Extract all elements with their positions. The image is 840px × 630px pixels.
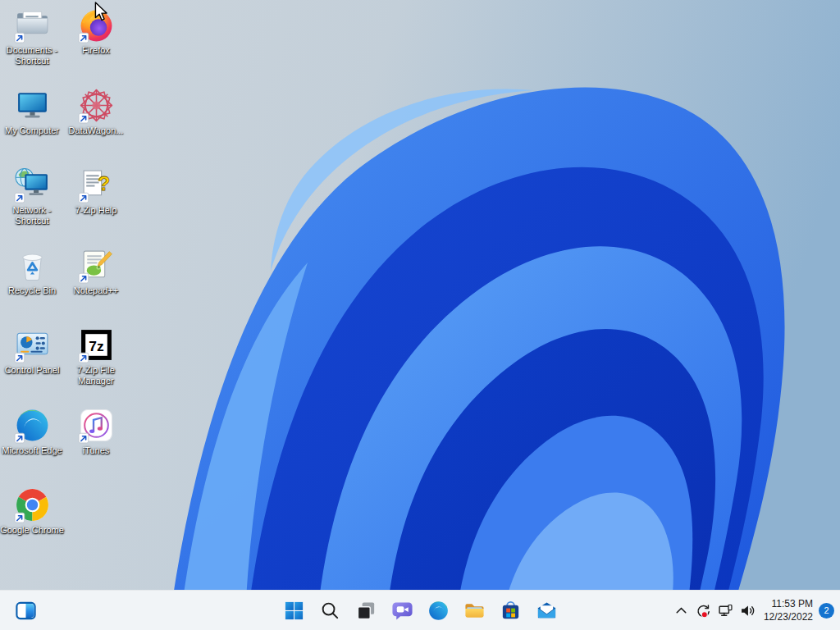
desktop-icon-label: Notepad++ <box>64 285 128 296</box>
file-explorer-icon <box>463 600 486 622</box>
taskbar-button-mail[interactable] <box>528 594 564 627</box>
microsoft-edge-icon <box>14 407 51 444</box>
desktop: Documents - ShortcutFirefoxMy ComputerDa… <box>0 0 840 630</box>
network-icon <box>14 167 51 203</box>
control-panel-icon <box>14 326 51 363</box>
seven-zip-file-manager-icon: 7z <box>78 326 115 363</box>
clock-time: 11:53 PM <box>764 597 813 610</box>
datawagon-icon <box>78 87 115 124</box>
desktop-icon-my-computer[interactable]: My Computer <box>0 87 64 136</box>
itunes-icon <box>78 407 115 444</box>
desktop-icon-network[interactable]: Network - Shortcut <box>0 167 64 226</box>
taskbar-widgets-button[interactable] <box>7 594 43 627</box>
desktop-icon-label: 7-Zip Help <box>64 205 128 216</box>
desktop-icon-notepad-plus-plus[interactable]: Notepad++ <box>64 247 128 296</box>
desktop-icon-firefox[interactable]: Firefox <box>64 7 128 56</box>
desktop-icon-seven-zip-help[interactable]: ?7-Zip Help <box>64 167 128 216</box>
my-computer-icon <box>14 87 51 124</box>
desktop-icon-datawagon[interactable]: DataWagon... <box>64 87 128 136</box>
desktop-icon-label: Recycle Bin <box>0 285 64 296</box>
desktop-icons-grid: Documents - ShortcutFirefoxMy ComputerDa… <box>0 0 840 591</box>
microsoft-store-icon <box>500 600 522 622</box>
taskbar-center <box>276 591 564 630</box>
desktop-icon-google-chrome[interactable]: Google Chrome <box>0 486 64 536</box>
desktop-icon-recycle-bin[interactable]: Recycle Bin <box>0 247 64 296</box>
desktop-icon-documents-folder[interactable]: Documents - Shortcut <box>0 7 64 66</box>
taskbar: 11:53 PM 12/23/2022 2 <box>0 590 840 630</box>
desktop-icon-label: 7-Zip File Manager <box>64 365 128 386</box>
desktop-icon-control-panel[interactable]: Control Panel <box>0 326 64 376</box>
firefox-icon <box>78 7 115 43</box>
start-icon <box>283 600 305 622</box>
system-tray: 11:53 PM 12/23/2022 2 <box>670 591 835 630</box>
taskbar-clock[interactable]: 11:53 PM 12/23/2022 <box>764 597 813 623</box>
taskbar-button-microsoft-store[interactable] <box>492 594 528 627</box>
taskbar-button-file-explorer[interactable] <box>456 594 492 627</box>
desktop-icon-label: iTunes <box>64 445 128 456</box>
taskbar-button-microsoft-edge[interactable] <box>420 594 456 627</box>
desktop-icon-itunes[interactable]: iTunes <box>64 407 128 456</box>
desktop-icon-label: Microsoft Edge <box>0 445 64 456</box>
microsoft-edge-icon <box>427 600 450 622</box>
seven-zip-help-icon: ? <box>78 167 115 203</box>
search-icon <box>319 600 341 622</box>
desktop-icon-label: DataWagon... <box>64 126 128 136</box>
desktop-icon-label: Control Panel <box>0 365 64 376</box>
documents-folder-icon <box>14 7 51 43</box>
desktop-icon-label: Firefox <box>64 45 128 56</box>
taskbar-button-chat[interactable] <box>384 594 420 627</box>
notepad-plus-plus-icon <box>78 247 115 284</box>
clock-date: 12/23/2022 <box>764 610 813 623</box>
tray-network-icon[interactable] <box>714 594 737 627</box>
mail-icon <box>536 600 558 622</box>
recycle-bin-icon <box>14 247 51 284</box>
desktop-icon-label: Network - Shortcut <box>0 205 64 226</box>
tray-hidden-icons-chevron[interactable] <box>670 594 692 627</box>
desktop-icon-label: Google Chrome <box>0 525 64 536</box>
chat-icon <box>391 600 413 622</box>
desktop-icon-seven-zip-file-manager[interactable]: 7z7-Zip File Manager <box>64 326 128 386</box>
taskbar-button-search[interactable] <box>312 594 348 627</box>
desktop-icon-label: Documents - Shortcut <box>0 45 64 66</box>
tray-volume-icon[interactable] <box>737 594 759 627</box>
task-view-icon <box>355 600 377 622</box>
tray-windows-update-icon[interactable] <box>692 594 714 627</box>
notification-badge[interactable]: 2 <box>819 603 834 619</box>
desktop-icon-microsoft-edge[interactable]: Microsoft Edge <box>0 407 64 456</box>
taskbar-button-start[interactable] <box>276 594 312 627</box>
desktop-icon-label: My Computer <box>0 126 64 136</box>
taskbar-button-task-view[interactable] <box>348 594 384 627</box>
google-chrome-icon <box>14 486 51 523</box>
